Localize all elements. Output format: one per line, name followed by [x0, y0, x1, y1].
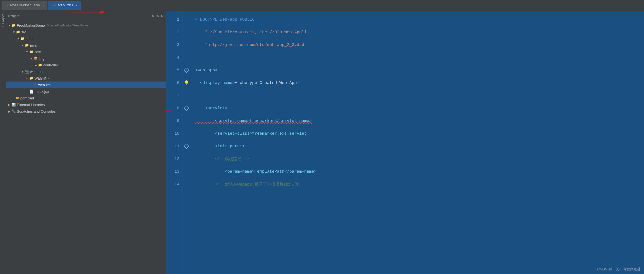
tree-item-indexjsp[interactable]: ▶ 📄 index.jsp [6, 88, 166, 95]
gutter-1 [182, 13, 191, 26]
line-num-11: 11 [166, 140, 182, 153]
freemarker-icon: m [6, 3, 8, 7]
folder-icon-webinf: 📁 [29, 76, 33, 80]
tree-item-scratches[interactable]: ▶ 🔧 Scratches and Consoles [6, 108, 166, 115]
tree-path-root: D:\java\FreeMarker\FreeMarke [47, 24, 88, 27]
file-icon-indexjsp: 📄 [29, 89, 34, 94]
code-line-13: <param-name>TemplatePath</param-name> [195, 165, 644, 178]
tab-close-freemarker[interactable]: ✕ [42, 4, 44, 7]
gutter-6: 💡 [182, 77, 191, 89]
arrow-src: ▼ [12, 31, 16, 34]
line-num-8: 8 [166, 102, 182, 115]
line-num-12: 12 [166, 153, 182, 165]
fold-diamond-11[interactable] [184, 143, 189, 149]
tree-item-java[interactable]: ▼ 📁 java [6, 42, 166, 48]
tree-item-root[interactable]: ▼ 📁 FreeMarkerDemo D:\java\FreeMarker\Fr… [6, 22, 166, 29]
watermark: CSDN @一天不写程序难受 [597, 267, 641, 272]
left-vtab: 1: Project [0, 11, 6, 274]
line-num-13: 13 [166, 165, 182, 178]
arrow-webinf: ▼ [25, 77, 29, 80]
file-icon-scratches: 🔧 [12, 109, 16, 113]
code-line-4 [195, 51, 644, 64]
sidebar-header: Project ⊕ ⇅ ⚙ [6, 11, 166, 21]
code-token-12-3: --> [241, 157, 249, 161]
tab-web-xml[interactable]: xml web.xml ✕ [48, 1, 81, 10]
tree-item-webxml[interactable]: ▶ 🗒 web.xml [6, 82, 166, 88]
tree-item-webinf[interactable]: ▼ 📁 WEB-INF [6, 75, 166, 82]
line-num-2: 2 [166, 26, 182, 39]
code-line-14: <!-- 默认在webapp 目录下查找模板(默认值) [195, 178, 644, 191]
project-vtab-label[interactable]: 1: Project [1, 13, 5, 28]
folder-icon-src: 📁 [16, 30, 20, 34]
arrow-com: ▼ [25, 50, 29, 53]
file-icon-webxml: 🗒 [34, 83, 37, 87]
gutter-2 [182, 26, 191, 39]
arrow-webapp: ▼ [20, 70, 25, 73]
gutter-7 [182, 89, 191, 102]
code-editor[interactable]: <!DOCTYPE web-app PUBLIC "-//Sun Microsy… [191, 11, 644, 274]
code-line-9: <servlet-name>freemarker</servlet-name> [195, 115, 644, 127]
fold-diamond-8[interactable] [184, 105, 189, 111]
folder-icon-controller: 📁 [38, 63, 42, 67]
code-line-8: <servlet> [195, 102, 644, 115]
code-token-3-1: "http://java.sun.com/dtd/web-app_2_3.dtd… [195, 43, 307, 47]
code-token-9-1: <servlet-name>freemarker</servlet-name> [195, 119, 312, 123]
code-token-10-1: <servlet-class>freemarker.ext.servlet. [195, 131, 309, 136]
code-line-7 [195, 89, 644, 102]
folder-icon-main: 📁 [20, 37, 25, 40]
tree-label-jing: jing [39, 56, 44, 61]
code-token-2-1: "-//Sun Microsystems, Inc.//DTD Web Appl… [195, 30, 307, 35]
arrow-jing: ▼ [29, 57, 34, 60]
tree-item-controller[interactable]: ▶ 📁 controller [6, 62, 166, 68]
code-container: 1 2 3 4 5 6 7 8 9 10 11 12 13 14 [166, 11, 644, 274]
gutter-12 [182, 153, 191, 165]
code-token-8-1: <servlet> [195, 106, 227, 111]
tree-label-webapp: webapp [30, 70, 43, 74]
tree-item-main[interactable]: ▼ 📁 main [6, 35, 166, 42]
tree-label-scratches: Scratches and Consoles [17, 109, 56, 113]
line-num-5: 5 [166, 64, 182, 77]
sidebar-settings-icon[interactable]: ⚙ [161, 13, 163, 18]
code-token-14-2: 默认在webapp 目录下查找模板(默认值) [225, 182, 301, 187]
arrow-main: ▼ [16, 37, 20, 40]
gutter-3 [182, 39, 191, 51]
sidebar-add-icon[interactable]: ⊕ [152, 13, 154, 18]
line-num-1: 1 [166, 13, 182, 26]
folder-icon-jing: 📦 [34, 56, 38, 60]
line-numbers: 1 2 3 4 5 6 7 8 9 10 11 12 13 14 [166, 11, 182, 274]
xml-icon: xml [51, 4, 57, 7]
tab-close-webxml[interactable]: ✕ [76, 4, 77, 7]
tree-label-src: src [21, 30, 26, 34]
tree-item-jing[interactable]: ▼ 📦 jing [6, 55, 166, 62]
tree-item-com[interactable]: ▼ 📁 com [6, 48, 166, 55]
code-line-6: <display-name>Archetype Created Web Appl [195, 77, 644, 89]
tree-label-extlibs: External Libraries [17, 103, 45, 107]
code-token-6-1: <display-name> [195, 81, 235, 85]
line-num-14: 14 [166, 178, 182, 191]
tree-item-src[interactable]: ▼ 📁 src [6, 29, 166, 35]
file-icon-pomxml: m [16, 96, 19, 100]
arrow-controller: ▶ [34, 64, 38, 67]
tree-label-webinf: WEB-INF [34, 76, 50, 80]
editor-area[interactable]: 1 2 3 4 5 6 7 8 9 10 11 12 13 14 [166, 11, 644, 274]
tree-item-webapp[interactable]: ▼ 📷 webapp [6, 68, 166, 75]
tree-item-extlibs[interactable]: ▶ 📊 External Libraries [6, 101, 166, 108]
line-num-7: 7 [166, 89, 182, 102]
tree-label-main: main [26, 37, 33, 41]
tab-label-webxml: web.xml [58, 3, 74, 7]
fold-diamond-5[interactable] [184, 67, 189, 73]
tree-label-java: java [30, 43, 37, 47]
folder-icon-webapp: 📷 [25, 70, 29, 74]
tab-freemarker-demo[interactable]: m FreeMarkerDemo ✕ [2, 1, 47, 10]
sidebar-icon-group: ⊕ ⇅ ⚙ [152, 13, 163, 18]
main-area: 1: Project Project ⊕ ⇅ ⚙ ▼ 📁 FreeMarkerD… [0, 11, 644, 274]
tree-label-controller: controller [43, 63, 58, 67]
code-token-14-1: <!-- [195, 182, 225, 187]
top-bar: m FreeMarkerDemo ✕ xml web.xml ✕ [0, 0, 644, 11]
sidebar-sort-icon[interactable]: ⇅ [157, 13, 159, 18]
bulb-icon-6[interactable]: 💡 [184, 80, 189, 86]
code-token-11-1: <init-param> [195, 144, 245, 149]
tree-label-root: FreeMarkerDemo [17, 23, 45, 28]
folder-icon-com: 📁 [29, 50, 33, 54]
tree-item-pomxml[interactable]: ▶ m pom.xml [6, 95, 166, 101]
